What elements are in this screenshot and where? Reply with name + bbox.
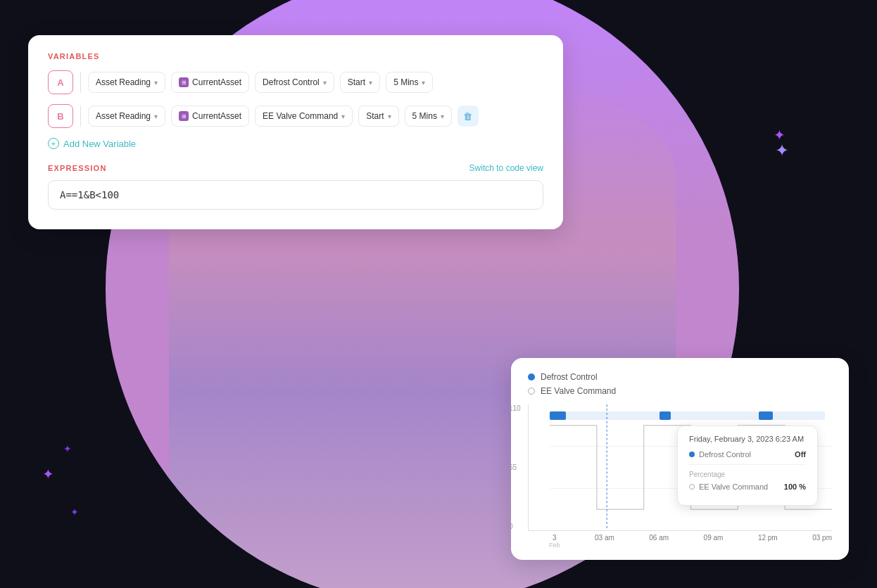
tooltip-defrost-value: Off (795, 450, 806, 459)
legend-item-valve: EE Valve Command (528, 386, 832, 396)
row-b-field4-dropdown[interactable]: Start ▾ (358, 106, 398, 127)
x-label-feb3-main: 3 (553, 534, 557, 542)
x-label-feb3: 3 Feb (549, 534, 560, 549)
x-label-6am: 06 am (649, 534, 669, 549)
row-b-field3-label: EE Valve Command (263, 111, 338, 121)
row-b-delete-button[interactable]: 🗑 (458, 106, 479, 127)
legend-dot-defrost (528, 373, 535, 381)
row-a-field3-chevron: ▾ (323, 79, 327, 87)
expression-section: EXPRESSION Switch to code view (48, 163, 543, 210)
add-variable-label: Add New Variable (63, 139, 136, 149)
tooltip-defrost-label-group: Defrost Control (689, 450, 751, 459)
legend-dot-valve (528, 388, 535, 395)
row-a-field1-dropdown[interactable]: Asset Reading ▾ (88, 72, 165, 93)
row-a-field3-label: Defrost Control (263, 77, 320, 87)
row-a-field1-label: Asset Reading (96, 77, 151, 87)
row-b-field4-label: Start (366, 111, 384, 121)
row-a-field3-dropdown[interactable]: Defrost Control ▾ (255, 72, 334, 93)
row-a-field2-dropdown[interactable]: ⊞ CurrentAsset (171, 72, 249, 93)
row-b-asset-icon: ⊞ (179, 111, 189, 121)
tooltip-date: Friday, February 3, 2023 6:23 AM (689, 435, 806, 443)
row-b-field1-label: Asset Reading (96, 111, 151, 121)
x-label-9am-main: 09 am (704, 534, 724, 542)
tooltip-dot-valve (689, 484, 695, 490)
row-a-separator (80, 72, 81, 93)
chart-card: Defrost Control EE Valve Command 110 55 … (511, 358, 849, 560)
x-label-3am-main: 03 am (595, 534, 614, 542)
row-b-field1-chevron: ▾ (154, 113, 158, 120)
row-a-asset-icon: ⊞ (179, 77, 189, 87)
variable-row-b: B Asset Reading ▾ ⊞ CurrentAsset EE Valv… (48, 104, 543, 128)
row-b-separator (80, 106, 81, 127)
row-b-field5-chevron: ▾ (441, 113, 444, 120)
row-b-field2-label: CurrentAsset (192, 111, 241, 121)
variable-badge-a: A (48, 70, 73, 94)
chart-legend: Defrost Control EE Valve Command (528, 372, 832, 396)
plus-circle-icon: + (48, 138, 59, 149)
row-b-field1-dropdown[interactable]: Asset Reading ▾ (88, 106, 165, 127)
row-a-field4-label: Start (348, 77, 365, 87)
variables-card: VARIABLES A Asset Reading ▾ ⊞ CurrentAss… (28, 35, 563, 229)
legend-label-valve: EE Valve Command (541, 386, 616, 396)
x-label-3am: 03 am (595, 534, 614, 549)
row-a-field4-chevron: ▾ (369, 79, 372, 87)
x-label-3pm-main: 03 pm (812, 534, 832, 542)
x-label-9am: 09 am (704, 534, 724, 549)
x-label-3pm: 03 pm (812, 534, 832, 549)
legend-item-defrost: Defrost Control (528, 372, 832, 382)
row-b-field5-label: 5 Mins (412, 111, 437, 121)
tooltip-defrost-label: Defrost Control (699, 450, 751, 459)
add-variable-link[interactable]: + Add New Variable (48, 138, 543, 149)
y-label-110: 110 (509, 404, 521, 412)
x-label-12pm: 12 pm (758, 534, 778, 549)
x-label-12pm-main: 12 pm (758, 534, 778, 542)
tooltip-row-valve: EE Valve Command 100 % (689, 482, 806, 491)
sparkle-icon-2: ✦ (70, 506, 79, 518)
sparkle-icon-5: ✦ (775, 141, 789, 160)
expression-header-row: EXPRESSION Switch to code view (48, 163, 543, 173)
chart-y-labels: 110 55 0 (509, 404, 521, 530)
row-b-field3-dropdown[interactable]: EE Valve Command ▾ (255, 106, 353, 127)
legend-label-defrost: Defrost Control (541, 372, 598, 382)
y-label-0: 0 (509, 523, 521, 530)
expression-input[interactable] (48, 180, 543, 210)
variables-section-label: VARIABLES (48, 52, 543, 60)
row-b-field2-dropdown[interactable]: ⊞ CurrentAsset (171, 106, 249, 127)
tooltip-row-defrost: Defrost Control Off (689, 450, 806, 459)
tooltip-divider (689, 464, 806, 465)
row-a-field5-chevron: ▾ (422, 79, 425, 87)
variable-badge-b: B (48, 104, 73, 128)
x-label-6am-main: 06 am (649, 534, 669, 542)
row-a-field4-dropdown[interactable]: Start ▾ (340, 72, 380, 93)
row-b-field5-dropdown[interactable]: 5 Mins ▾ (405, 106, 452, 127)
row-a-field5-dropdown[interactable]: 5 Mins ▾ (386, 72, 433, 93)
sparkle-icon-3: ✦ (63, 443, 72, 454)
tooltip-valve-value: 100 % (784, 482, 806, 491)
switch-code-view-link[interactable]: Switch to code view (469, 163, 543, 173)
row-a-field2-label: CurrentAsset (192, 77, 241, 87)
chart-x-labels: 3 Feb 03 am 06 am 09 am 12 pm 03 pm (528, 534, 832, 549)
row-a-field1-chevron: ▾ (154, 79, 158, 87)
x-label-feb3-sub: Feb (549, 542, 560, 549)
sparkle-icon-1: ✦ (42, 466, 54, 482)
row-a-field5-label: 5 Mins (393, 77, 418, 87)
chart-area: 110 55 0 Friday, February 3, 2023 6:23 A… (528, 404, 832, 531)
chart-tooltip: Friday, February 3, 2023 6:23 AM Defrost… (677, 426, 818, 506)
expression-section-label: EXPRESSION (48, 164, 107, 172)
row-b-field4-chevron: ▾ (388, 113, 391, 120)
row-b-field3-chevron: ▾ (341, 113, 345, 120)
variable-row-a: A Asset Reading ▾ ⊞ CurrentAsset Defrost… (48, 70, 543, 94)
tooltip-percentage-label: Percentage (689, 471, 806, 478)
tooltip-valve-label-group: EE Valve Command (689, 482, 768, 491)
y-label-55: 55 (509, 464, 521, 471)
tooltip-dot-defrost (689, 452, 695, 457)
tooltip-valve-label: EE Valve Command (699, 482, 768, 491)
